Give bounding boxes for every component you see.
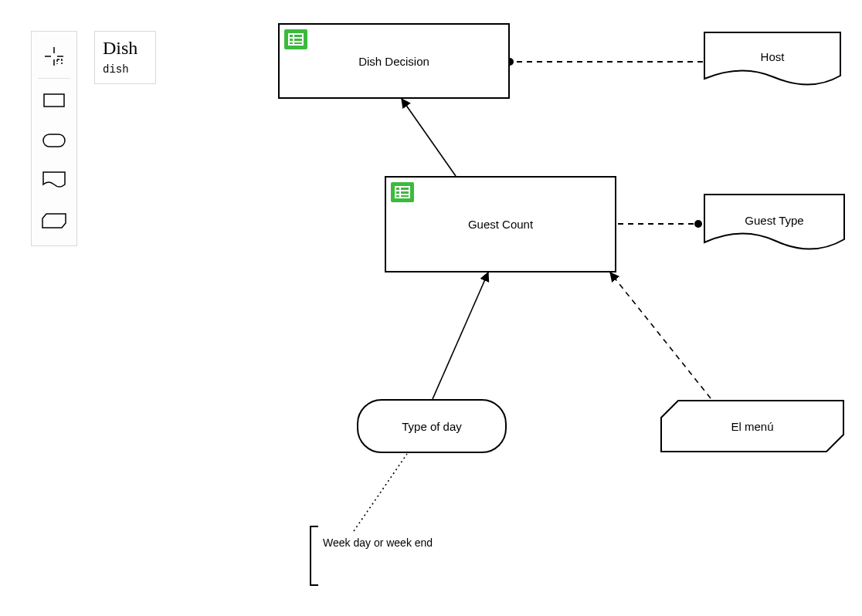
node-type-of-day[interactable]: Type of day [357,399,507,453]
spreadsheet-badge-icon [284,29,307,49]
svg-rect-10 [395,187,409,198]
edge-guesttype-endpoint [694,220,702,228]
edge-elmenu-guestcount [610,272,711,398]
node-label: Type of day [402,420,462,433]
node-el-menu[interactable]: El menú [660,399,845,453]
spreadsheet-badge-icon [391,182,414,202]
edge-typeday-guestcount [433,272,488,399]
svg-rect-6 [289,34,303,45]
edge-annotation-typeday [354,454,407,531]
node-label: Guest Type [745,214,803,227]
annotation-bracket-icon [307,525,323,587]
annotation-text[interactable]: Week day or week end [323,536,439,550]
edge-guestcount-dish [402,99,456,176]
node-host[interactable]: Host [703,31,842,91]
node-dish-decision[interactable]: Dish Decision [278,23,510,99]
node-label: Dish Decision [358,55,429,68]
node-guest-type[interactable]: Guest Type [703,193,846,256]
node-label: Host [761,50,785,63]
node-label: El menú [731,420,773,433]
node-guest-count[interactable]: Guest Count [385,176,616,272]
diagram-canvas[interactable]: Dish Decision Guest Count Host Guest Typ… [0,0,862,616]
node-label: Guest Count [468,218,533,231]
